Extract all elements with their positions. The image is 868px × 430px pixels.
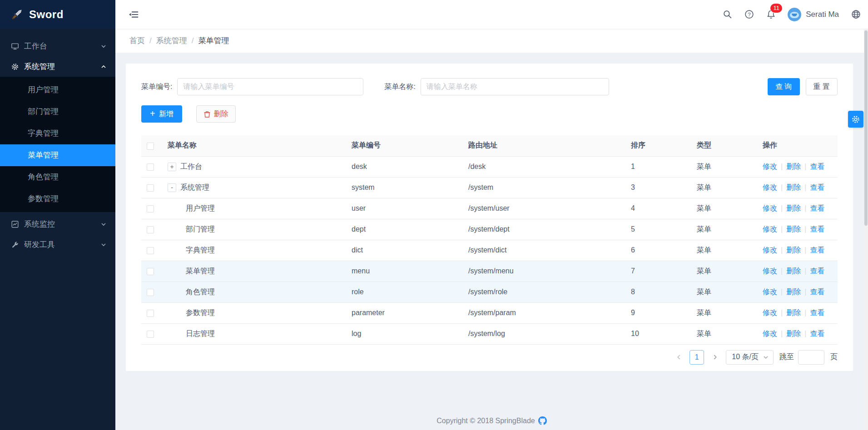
- view-link[interactable]: 查看: [810, 183, 824, 191]
- notifications-bell-icon[interactable]: 11: [766, 10, 776, 20]
- view-link[interactable]: 查看: [810, 330, 824, 337]
- sidebar-item-label: 工作台: [24, 41, 101, 51]
- row-checkbox[interactable]: [147, 184, 154, 192]
- edit-link[interactable]: 修改: [763, 225, 777, 233]
- page-unit-label: 页: [830, 352, 838, 362]
- delete-link[interactable]: 删除: [786, 183, 801, 191]
- sort-cell: 5: [625, 219, 691, 240]
- row-checkbox[interactable]: [147, 205, 154, 213]
- delete-link[interactable]: 删除: [786, 309, 801, 316]
- table-row: 日志管理log/system/log10菜单修改|删除|查看: [141, 323, 838, 344]
- sidebar-subitem-4[interactable]: 角色管理: [0, 166, 115, 188]
- menu-name-cell: 字典管理: [186, 246, 215, 255]
- table-header-row: 菜单名称 菜单编号 路由地址 排序 类型 操作: [141, 135, 838, 156]
- view-link[interactable]: 查看: [810, 204, 824, 212]
- edit-link[interactable]: 修改: [763, 267, 777, 275]
- github-icon[interactable]: [538, 416, 547, 425]
- delete-button[interactable]: 删除: [196, 105, 236, 123]
- sidebar-item-monitor[interactable]: 系统监控: [0, 214, 115, 234]
- reset-button[interactable]: 重 置: [806, 78, 838, 95]
- row-checkbox[interactable]: [147, 331, 154, 338]
- sidebar-subitem-5[interactable]: 参数管理: [0, 188, 115, 210]
- action-separator: |: [781, 330, 783, 337]
- row-checkbox[interactable]: [147, 163, 154, 171]
- sort-cell: 8: [625, 282, 691, 302]
- delete-link[interactable]: 删除: [786, 204, 801, 212]
- row-checkbox[interactable]: [147, 226, 154, 233]
- search-icon[interactable]: [722, 10, 732, 20]
- column-header-type: 类型: [691, 135, 757, 156]
- menu-code-input[interactable]: [177, 78, 363, 95]
- sort-cell: 4: [625, 198, 691, 219]
- view-link[interactable]: 查看: [810, 163, 824, 170]
- sort-cell: 10: [625, 323, 691, 344]
- delete-link[interactable]: 删除: [786, 288, 801, 296]
- collapse-row-icon[interactable]: -: [168, 183, 176, 192]
- sidebar-item-workbench[interactable]: 工作台: [0, 36, 115, 56]
- sidebar-item-label: 研发工具: [24, 239, 101, 250]
- menu-name-cell: 菜单管理: [186, 267, 215, 276]
- copyright-text: Copyright © 2018 SpringBlade: [436, 417, 535, 425]
- help-icon[interactable]: ?: [744, 10, 754, 20]
- view-link[interactable]: 查看: [810, 288, 824, 296]
- jump-page-input[interactable]: [798, 350, 824, 365]
- sidebar-item-system[interactable]: 系统管理: [0, 56, 115, 77]
- edit-link[interactable]: 修改: [763, 246, 777, 254]
- row-checkbox[interactable]: [147, 289, 154, 296]
- view-link[interactable]: 查看: [810, 225, 824, 233]
- breadcrumb-system[interactable]: 系统管理: [156, 35, 187, 46]
- edit-link[interactable]: 修改: [763, 330, 777, 337]
- row-actions: 修改|删除|查看: [757, 240, 838, 261]
- next-page-icon[interactable]: [708, 351, 722, 364]
- row-actions: 修改|删除|查看: [757, 198, 838, 219]
- select-all-checkbox[interactable]: [147, 143, 154, 150]
- breadcrumb-separator: /: [192, 36, 194, 45]
- prev-page-icon[interactable]: [672, 351, 685, 364]
- scrollbar-thumb[interactable]: [864, 30, 868, 226]
- chevron-down-icon: [101, 222, 106, 227]
- table-row: 字典管理dict/system/dict6菜单修改|删除|查看: [141, 240, 838, 261]
- page-number[interactable]: 1: [689, 350, 704, 365]
- page-size-select[interactable]: 10 条/页: [726, 350, 774, 365]
- delete-link[interactable]: 删除: [786, 163, 801, 170]
- breadcrumb-home[interactable]: 首页: [129, 35, 145, 46]
- edit-link[interactable]: 修改: [763, 288, 777, 296]
- theme-settings-button[interactable]: [848, 111, 863, 128]
- delete-link[interactable]: 删除: [786, 330, 801, 337]
- delete-link[interactable]: 删除: [786, 246, 801, 254]
- sidebar-subitem-1[interactable]: 部门管理: [0, 101, 115, 123]
- trash-icon: [203, 110, 211, 118]
- view-link[interactable]: 查看: [810, 267, 824, 275]
- expand-row-icon[interactable]: +: [168, 163, 176, 171]
- view-link[interactable]: 查看: [810, 246, 824, 254]
- add-button[interactable]: + 新增: [141, 105, 182, 123]
- app-logo[interactable]: Sword: [0, 0, 115, 29]
- sort-cell: 9: [625, 302, 691, 323]
- sidebar-subitem-3[interactable]: 菜单管理: [0, 144, 115, 166]
- sidebar: Sword 工作台 系统管理: [0, 0, 115, 430]
- edit-link[interactable]: 修改: [763, 163, 777, 170]
- row-checkbox[interactable]: [147, 247, 154, 254]
- search-button[interactable]: 查 询: [768, 78, 799, 95]
- delete-link[interactable]: 删除: [786, 225, 801, 233]
- edit-link[interactable]: 修改: [763, 309, 777, 316]
- add-button-label: 新增: [159, 109, 174, 119]
- view-link[interactable]: 查看: [810, 309, 824, 316]
- sidebar-item-devtools[interactable]: 研发工具: [0, 234, 115, 255]
- row-checkbox[interactable]: [147, 268, 154, 275]
- menu-name-input[interactable]: [421, 78, 609, 95]
- sidebar-subitem-0[interactable]: 用户管理: [0, 79, 115, 101]
- row-checkbox[interactable]: [147, 310, 154, 317]
- breadcrumb: 首页 / 系统管理 / 菜单管理: [115, 29, 868, 53]
- collapse-sidebar-icon[interactable]: [129, 10, 139, 20]
- user-menu[interactable]: Serati Ma: [788, 8, 839, 21]
- delete-link[interactable]: 删除: [786, 267, 801, 275]
- edit-link[interactable]: 修改: [763, 204, 777, 212]
- language-globe-icon[interactable]: [851, 10, 861, 20]
- row-actions: 修改|删除|查看: [757, 156, 838, 177]
- scrollbar[interactable]: [864, 29, 868, 430]
- menu-name-cell: 工作台: [180, 162, 202, 172]
- sidebar-subitem-2[interactable]: 字典管理: [0, 123, 115, 144]
- edit-link[interactable]: 修改: [763, 183, 777, 191]
- action-separator: |: [781, 183, 783, 191]
